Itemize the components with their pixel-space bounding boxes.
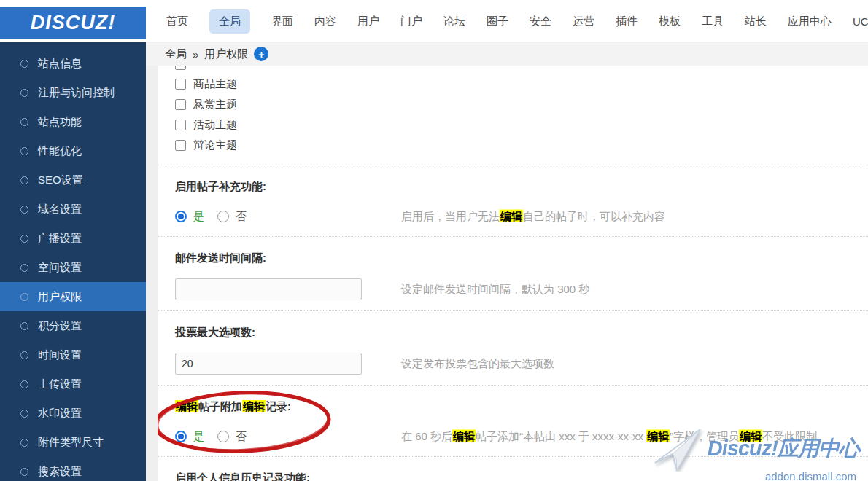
sidebar-item-user-permission[interactable]: 用户权限 — [0, 282, 146, 311]
radio-no[interactable] — [217, 211, 229, 222]
sidebar-item-label: 用户权限 — [38, 290, 82, 304]
circle-icon — [20, 60, 28, 68]
setting-label: 编辑帖子附加编辑记录: — [175, 400, 868, 412]
discuz-logo[interactable]: DISCUZ! — [0, 7, 146, 39]
setting-label: 邮件发送时间间隔: — [175, 251, 868, 264]
section-post-supplement: 启用帖子补充功能: 是 否 启用后，当用户无法编辑自己的帖子时，可以补充内容 — [158, 165, 868, 236]
sidebar-item-label: 广播设置 — [38, 232, 82, 246]
radio-no-label[interactable]: 否 — [236, 210, 247, 224]
sidebar-item-label: 上传设置 — [38, 378, 82, 391]
sidebar-item-watermark[interactable]: 水印设置 — [0, 399, 146, 428]
top-nav: 首页 全局 界面 内容 用户 门户 论坛 圈子 安全 运营 插件 模板 工具 站… — [146, 0, 868, 42]
nav-tab-plugin[interactable]: 插件 — [616, 15, 638, 28]
sidebar-item-register-access[interactable]: 注册与访问控制 — [0, 78, 146, 107]
header-bar: DISCUZ! 首页 全局 界面 内容 用户 门户 论坛 圈子 安全 运营 插件… — [0, 0, 868, 42]
circle-icon — [20, 206, 28, 214]
discuz-admin-page: DISCUZ! 首页 全局 界面 内容 用户 门户 论坛 圈子 安全 运营 插件… — [0, 0, 868, 481]
circle-icon — [20, 439, 28, 447]
setting-label: 启用帖子补充功能: — [175, 180, 868, 192]
sidebar-item-domain[interactable]: 域名设置 — [0, 195, 146, 224]
circle-icon — [20, 410, 28, 418]
section-mail-interval: 邮件发送时间间隔: 设定邮件发送时间间隔，默认为 300 秒 — [158, 237, 868, 310]
section-profile-history: 启用个人信息历史记录功能: — [158, 457, 868, 481]
section-poll-max-options: 投票最大选项数: 设定发布投票包含的最大选项数 — [158, 311, 868, 385]
sidebar-item-label: 积分设置 — [38, 319, 82, 333]
sidebar-item-label: 注册与访问控制 — [38, 86, 115, 100]
nav-tab-forum[interactable]: 论坛 — [443, 15, 465, 28]
sidebar-item-upload[interactable]: 上传设置 — [0, 369, 146, 399]
checkbox-row-reward[interactable]: 悬赏主题 — [158, 94, 868, 114]
checkbox-icon[interactable] — [175, 140, 186, 151]
sidebar-item-space[interactable]: 空间设置 — [0, 253, 146, 282]
circle-icon — [20, 264, 28, 272]
checkbox-label[interactable]: 悬赏主题 — [193, 98, 237, 112]
circle-icon — [20, 89, 28, 97]
checkbox-row-debate[interactable]: 辩论主题 — [158, 135, 868, 155]
sidebar-item-label: 水印设置 — [38, 407, 82, 421]
nav-tab-user[interactable]: 用户 — [357, 15, 379, 28]
nav-tab-tools[interactable]: 工具 — [702, 15, 724, 28]
sidebar-item-broadcast[interactable]: 广播设置 — [0, 224, 146, 253]
circle-icon — [20, 147, 28, 155]
circle-icon — [20, 351, 28, 359]
checkbox-label[interactable]: 商品主题 — [193, 77, 237, 91]
sidebar-item-label: 搜索设置 — [38, 465, 82, 479]
mail-interval-input[interactable] — [175, 278, 362, 300]
setting-label: 启用个人信息历史记录功能: — [175, 472, 868, 481]
content-left-gutter — [146, 66, 158, 481]
settings-content: 商品主题 悬赏主题 活动主题 辩论主题 启用帖子补充功能: 是 否 启用后，当用… — [158, 66, 868, 481]
nav-tab-content[interactable]: 内容 — [314, 15, 336, 28]
sidebar-item-label: 附件类型尺寸 — [38, 436, 104, 450]
nav-tab-operation[interactable]: 运营 — [573, 15, 594, 28]
nav-tab-group[interactable]: 圈子 — [487, 15, 508, 28]
sidebar-item-time[interactable]: 时间设置 — [0, 340, 146, 369]
sidebar-item-label: 域名设置 — [38, 203, 82, 216]
checkbox-partial[interactable] — [175, 66, 186, 70]
radio-yes[interactable] — [175, 431, 187, 442]
nav-tab-appcenter[interactable]: 应用中心 — [788, 15, 832, 28]
circle-icon — [20, 380, 28, 388]
add-favorite-button[interactable]: + — [254, 47, 268, 61]
breadcrumb: 全局 » 用户权限 + — [146, 42, 868, 66]
radio-no-label[interactable]: 否 — [236, 430, 247, 444]
nav-tab-webmaster[interactable]: 站长 — [745, 15, 767, 28]
poll-max-options-input[interactable] — [175, 353, 362, 375]
checkbox-label[interactable]: 活动主题 — [193, 118, 237, 132]
sidebar-item-performance[interactable]: 性能优化 — [0, 136, 146, 165]
nav-tab-template[interactable]: 模板 — [659, 15, 681, 28]
checkbox-label[interactable]: 辩论主题 — [193, 138, 237, 152]
sidebar-item-search[interactable]: 搜索设置 — [0, 457, 146, 481]
nav-tab-home[interactable]: 首页 — [166, 15, 188, 28]
breadcrumb-current: 用户权限 — [204, 47, 248, 61]
nav-tab-portal[interactable]: 门户 — [400, 15, 422, 28]
radio-yes-label[interactable]: 是 — [193, 430, 204, 444]
radio-yes-label[interactable]: 是 — [193, 210, 204, 224]
radio-yes[interactable] — [175, 211, 187, 222]
sidebar-item-label: 站点功能 — [38, 115, 82, 129]
nav-tab-ucenter[interactable]: UC — [853, 15, 868, 28]
setting-description: 设定邮件发送时间间隔，默认为 300 秒 — [401, 283, 589, 297]
nav-tab-interface[interactable]: 界面 — [271, 15, 293, 28]
circle-icon — [20, 176, 28, 184]
sidebar-item-site-function[interactable]: 站点功能 — [0, 107, 146, 136]
breadcrumb-section[interactable]: 全局 — [165, 47, 187, 61]
setting-description: 在 60 秒后编辑帖子添加“本帖由 xxx 于 xxxx-xx-xx 编辑”字样… — [401, 430, 817, 444]
circle-icon — [20, 322, 28, 330]
sidebar-item-credits[interactable]: 积分设置 — [0, 311, 146, 340]
checkbox-icon[interactable] — [175, 120, 186, 130]
checkbox-row-goods[interactable]: 商品主题 — [158, 74, 868, 94]
checkbox-row-activity[interactable]: 活动主题 — [158, 114, 868, 135]
sidebar-item-site-info[interactable]: 站点信息 — [0, 49, 146, 78]
circle-icon — [20, 118, 28, 126]
radio-no[interactable] — [217, 431, 229, 442]
thread-type-checkbox-list: 商品主题 悬赏主题 活动主题 辩论主题 — [158, 66, 868, 155]
circle-icon — [20, 468, 28, 476]
sidebar-item-seo[interactable]: SEO设置 — [0, 165, 146, 195]
setting-description: 启用后，当用户无法编辑自己的帖子时，可以补充内容 — [401, 210, 665, 224]
nav-tab-global[interactable]: 全局 — [209, 9, 250, 34]
checkbox-icon[interactable] — [175, 79, 186, 90]
nav-tab-security[interactable]: 安全 — [530, 15, 551, 28]
sidebar-item-label: 站点信息 — [38, 57, 82, 71]
sidebar-item-attachment-type[interactable]: 附件类型尺寸 — [0, 428, 146, 457]
checkbox-icon[interactable] — [175, 99, 186, 110]
